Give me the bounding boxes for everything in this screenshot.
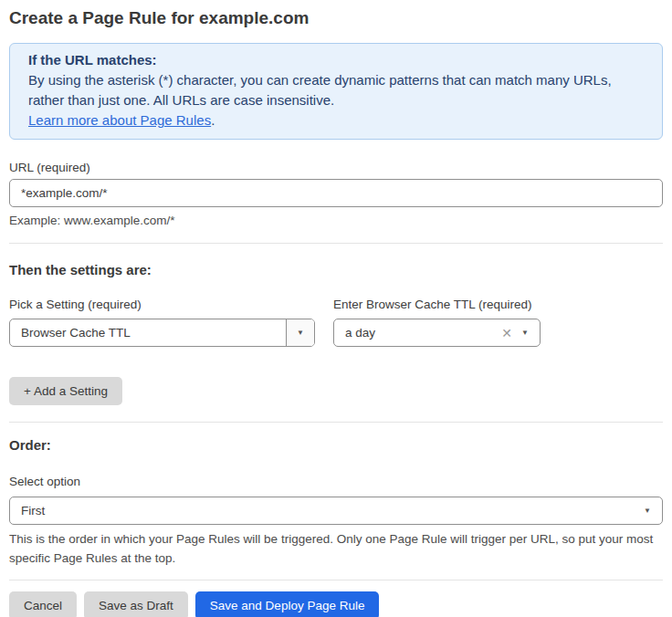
save-as-draft-button[interactable]: Save as Draft — [84, 591, 188, 617]
order-section-heading: Order: — [9, 437, 663, 454]
url-match-info-box: If the URL matches: By using the asteris… — [9, 43, 663, 140]
page-title: Create a Page Rule for example.com — [9, 7, 663, 28]
clear-icon[interactable]: ✕ — [501, 327, 512, 340]
ttl-picker-value: a day — [334, 326, 501, 340]
settings-row: Pick a Setting (required) Browser Cache … — [9, 297, 663, 347]
divider — [9, 422, 663, 423]
setting-picker-select[interactable]: Browser Cache TTL ▼ — [9, 319, 315, 347]
order-select[interactable]: First ▼ — [9, 497, 663, 525]
order-select-label: Select option — [9, 474, 663, 489]
order-select-value: First — [10, 504, 644, 518]
url-field-label: URL (required) — [9, 160, 663, 175]
ttl-picker-label: Enter Browser Cache TTL (required) — [333, 297, 541, 312]
page-rule-form: Create a Page Rule for example.com If th… — [0, 0, 672, 617]
save-and-deploy-button[interactable]: Save and Deploy Page Rule — [195, 591, 380, 617]
cancel-button[interactable]: Cancel — [9, 591, 77, 617]
setting-picker-caret-section[interactable]: ▼ — [286, 319, 314, 346]
settings-section-heading: Then the settings are: — [9, 262, 663, 278]
divider — [9, 580, 663, 580]
setting-picker-label: Pick a Setting (required) — [9, 297, 315, 312]
add-setting-button[interactable]: + Add a Setting — [9, 377, 122, 405]
ttl-picker-column: Enter Browser Cache TTL (required) a day… — [333, 297, 541, 347]
caret-down-icon: ▼ — [644, 507, 662, 515]
url-field-helper: Example: www.example.com/* — [9, 213, 663, 228]
link-suffix: . — [211, 112, 215, 128]
info-box-link-line: Learn more about Page Rules. — [28, 110, 644, 131]
ttl-picker-select[interactable]: a day ✕ ▼ — [333, 319, 541, 347]
footer-actions: Cancel Save as Draft Save and Deploy Pag… — [9, 591, 663, 617]
info-box-body: By using the asterisk (*) character, you… — [28, 70, 644, 110]
ttl-picker-icons: ✕ ▼ — [501, 327, 540, 340]
order-helper-text: This is the order in which your Page Rul… — [9, 529, 663, 568]
divider — [9, 243, 663, 244]
url-input[interactable] — [9, 179, 663, 207]
setting-picker-column: Pick a Setting (required) Browser Cache … — [9, 297, 315, 347]
setting-picker-value: Browser Cache TTL — [10, 326, 286, 340]
caret-down-icon: ▼ — [297, 329, 304, 337]
learn-more-link[interactable]: Learn more about Page Rules — [28, 112, 211, 128]
caret-down-icon: ▼ — [521, 329, 529, 337]
info-box-heading: If the URL matches: — [28, 50, 644, 70]
